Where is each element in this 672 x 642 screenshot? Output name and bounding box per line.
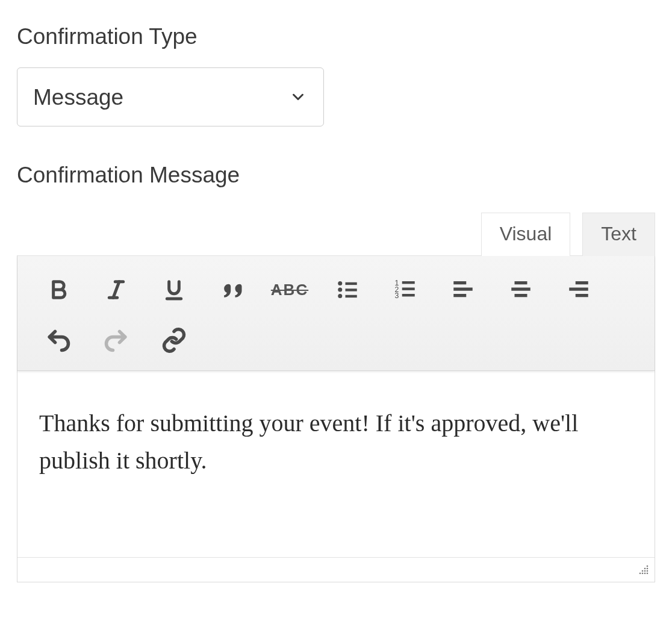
bulleted-list-button[interactable] xyxy=(319,264,376,315)
quote-icon xyxy=(219,276,245,303)
svg-point-27 xyxy=(647,568,649,570)
numbered-list-button[interactable]: 123 xyxy=(376,264,434,315)
confirmation-type-label: Confirmation Type xyxy=(17,24,655,49)
align-left-icon xyxy=(450,277,476,302)
svg-rect-9 xyxy=(346,295,357,298)
confirmation-type-select[interactable]: Message xyxy=(17,67,324,126)
undo-icon xyxy=(45,327,72,354)
strikethrough-icon: ABC xyxy=(271,281,308,299)
svg-rect-13 xyxy=(402,281,415,284)
svg-text:3: 3 xyxy=(395,291,399,300)
italic-icon xyxy=(104,278,128,302)
align-right-button[interactable] xyxy=(550,264,608,315)
align-center-icon xyxy=(508,277,534,302)
svg-rect-20 xyxy=(511,288,530,291)
svg-point-29 xyxy=(644,570,646,572)
svg-rect-18 xyxy=(453,294,466,297)
editor-tabs: Visual Text xyxy=(17,212,655,255)
numbered-list-icon: 123 xyxy=(393,277,418,302)
svg-point-31 xyxy=(639,573,641,575)
svg-point-5 xyxy=(338,288,342,292)
redo-icon xyxy=(103,327,129,354)
svg-line-0 xyxy=(113,282,119,298)
svg-point-4 xyxy=(338,281,342,285)
bulleted-list-icon xyxy=(335,277,360,302)
align-left-button[interactable] xyxy=(434,264,492,315)
underline-button[interactable] xyxy=(145,264,203,315)
svg-rect-8 xyxy=(346,288,357,291)
link-icon xyxy=(161,327,187,354)
tab-visual[interactable]: Visual xyxy=(481,213,571,256)
bold-button[interactable] xyxy=(30,264,87,315)
italic-button[interactable] xyxy=(87,264,145,315)
svg-rect-17 xyxy=(453,288,473,291)
svg-rect-23 xyxy=(569,288,588,291)
blockquote-button[interactable] xyxy=(203,264,261,315)
svg-rect-7 xyxy=(346,282,357,285)
svg-point-32 xyxy=(642,573,644,575)
confirmation-type-select-wrap: Message xyxy=(17,67,324,126)
svg-rect-16 xyxy=(453,281,466,284)
svg-rect-22 xyxy=(576,281,588,284)
svg-point-6 xyxy=(338,294,342,298)
svg-rect-19 xyxy=(515,281,527,284)
editor-status-bar xyxy=(17,558,655,582)
redo-button[interactable] xyxy=(87,315,145,366)
editor-container: ABC 123 xyxy=(17,255,655,582)
svg-rect-14 xyxy=(402,288,415,290)
undo-button[interactable] xyxy=(30,315,87,366)
svg-point-30 xyxy=(647,570,649,572)
tab-text[interactable]: Text xyxy=(582,213,655,256)
svg-rect-21 xyxy=(515,294,527,297)
underline-icon xyxy=(162,278,186,302)
svg-point-34 xyxy=(647,573,649,575)
confirmation-message-label: Confirmation Message xyxy=(17,163,655,188)
svg-rect-24 xyxy=(576,294,588,297)
strikethrough-button[interactable]: ABC xyxy=(261,264,319,315)
svg-point-25 xyxy=(647,566,649,567)
svg-point-33 xyxy=(644,573,646,575)
bold-icon xyxy=(46,278,70,302)
editor-toolbar: ABC 123 xyxy=(17,256,655,371)
align-right-icon xyxy=(566,277,591,302)
editor-content[interactable]: Thanks for submitting your event! If it'… xyxy=(17,371,655,558)
insert-link-button[interactable] xyxy=(145,315,203,366)
resize-handle[interactable] xyxy=(638,564,650,578)
align-center-button[interactable] xyxy=(492,264,550,315)
svg-point-28 xyxy=(642,570,644,572)
svg-rect-15 xyxy=(402,294,415,296)
svg-point-26 xyxy=(644,568,646,570)
